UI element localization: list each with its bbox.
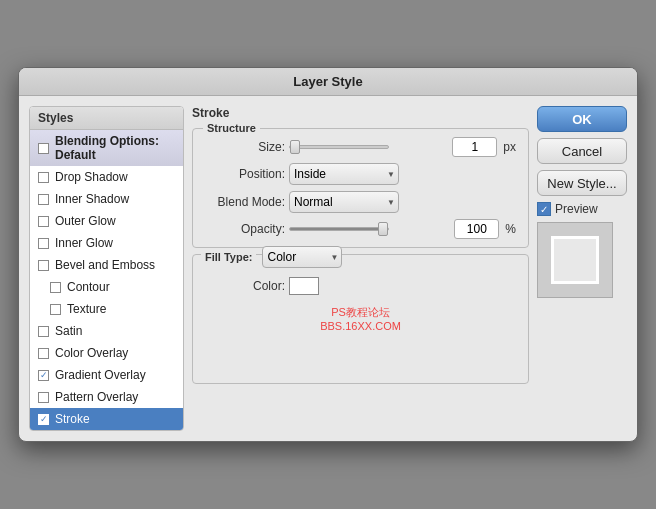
fill-type-select[interactable]: Color Gradient Pattern: [262, 246, 342, 268]
outer-glow-checkbox[interactable]: [38, 216, 49, 227]
right-panel: OK Cancel New Style... ✓ Preview: [537, 106, 627, 431]
position-row: Position: Inside Outside Center: [205, 163, 516, 185]
inner-shadow-label: Inner Shadow: [55, 192, 129, 206]
outer-glow-label: Outer Glow: [55, 214, 116, 228]
fill-type-section: Fill Type: Color Gradient Pattern Color:: [192, 254, 529, 384]
drop-shadow-label: Drop Shadow: [55, 170, 128, 184]
size-slider[interactable]: [289, 145, 389, 149]
stroke-label: Stroke: [55, 412, 90, 426]
size-row: Size: 1 px: [205, 137, 516, 157]
sidebar-header: Styles: [30, 107, 183, 130]
gradient-overlay-label: Gradient Overlay: [55, 368, 146, 382]
stroke-checkbox[interactable]: [38, 414, 49, 425]
texture-label: Texture: [67, 302, 106, 316]
inner-glow-label: Inner Glow: [55, 236, 113, 250]
new-style-button[interactable]: New Style...: [537, 170, 627, 196]
ok-button[interactable]: OK: [537, 106, 627, 132]
watermark-part1: PS教程论坛: [331, 306, 390, 318]
watermark-part2: BBS.16: [320, 320, 357, 332]
sidebar-item-inner-shadow[interactable]: Inner Shadow: [30, 188, 183, 210]
blend-mode-label: Blend Mode:: [205, 195, 285, 209]
position-label: Position:: [205, 167, 285, 181]
gradient-overlay-checkbox[interactable]: [38, 370, 49, 381]
watermark-part3: .COM: [372, 320, 401, 332]
fill-type-legend-row: Fill Type: Color Gradient Pattern: [201, 246, 342, 268]
pattern-overlay-checkbox[interactable]: [38, 392, 49, 403]
opacity-label: Opacity:: [205, 222, 285, 236]
color-row: Color:: [205, 277, 516, 295]
pattern-overlay-label: Pattern Overlay: [55, 390, 138, 404]
blend-mode-select-wrapper: Normal Dissolve Multiply Screen: [289, 191, 399, 213]
dialog-title: Layer Style: [19, 68, 637, 96]
cancel-button[interactable]: Cancel: [537, 138, 627, 164]
blend-mode-row: Blend Mode: Normal Dissolve Multiply Scr…: [205, 191, 516, 213]
color-overlay-label: Color Overlay: [55, 346, 128, 360]
sidebar-item-outer-glow[interactable]: Outer Glow: [30, 210, 183, 232]
watermark: PS教程论坛 BBS.16XX.COM: [205, 305, 516, 332]
opacity-input[interactable]: 100: [454, 219, 499, 239]
size-label: Size:: [205, 140, 285, 154]
sidebar-item-bevel-emboss[interactable]: Bevel and Emboss: [30, 254, 183, 276]
watermark-highlight: XX: [357, 320, 372, 332]
preview-inner: [551, 236, 599, 284]
drop-shadow-checkbox[interactable]: [38, 172, 49, 183]
bevel-emboss-label: Bevel and Emboss: [55, 258, 155, 272]
position-select-wrapper: Inside Outside Center: [289, 163, 399, 185]
color-label: Color:: [205, 279, 285, 293]
styles-sidebar: Styles Blending Options: Default Drop Sh…: [29, 106, 184, 431]
preview-checkbox[interactable]: ✓: [537, 202, 551, 216]
sidebar-item-stroke[interactable]: Stroke: [30, 408, 183, 430]
satin-label: Satin: [55, 324, 82, 338]
opacity-slider[interactable]: [289, 227, 389, 231]
contour-checkbox[interactable]: [50, 282, 61, 293]
blending-options-label: Blending Options: Default: [55, 134, 175, 162]
fill-type-legend: Fill Type:: [201, 251, 256, 263]
structure-legend: Structure: [203, 122, 260, 134]
sidebar-item-contour[interactable]: Contour: [30, 276, 183, 298]
inner-shadow-checkbox[interactable]: [38, 194, 49, 205]
position-select[interactable]: Inside Outside Center: [289, 163, 399, 185]
main-panel: Stroke Structure Size: 1 px Position:: [192, 106, 529, 431]
satin-checkbox[interactable]: [38, 326, 49, 337]
inner-glow-checkbox[interactable]: [38, 238, 49, 249]
bevel-emboss-checkbox[interactable]: [38, 260, 49, 271]
blend-mode-select[interactable]: Normal Dissolve Multiply Screen: [289, 191, 399, 213]
opacity-unit: %: [505, 222, 516, 236]
preview-label-text: Preview: [555, 202, 598, 216]
sidebar-item-pattern-overlay[interactable]: Pattern Overlay: [30, 386, 183, 408]
sidebar-item-gradient-overlay[interactable]: Gradient Overlay: [30, 364, 183, 386]
size-unit: px: [503, 140, 516, 154]
opacity-row: Opacity: 100 %: [205, 219, 516, 239]
color-swatch[interactable]: [289, 277, 319, 295]
size-slider-container: [289, 145, 448, 149]
sidebar-item-color-overlay[interactable]: Color Overlay: [30, 342, 183, 364]
sidebar-item-inner-glow[interactable]: Inner Glow: [30, 232, 183, 254]
layer-style-dialog: Layer Style Styles Blending Options: Def…: [18, 67, 638, 442]
sidebar-item-drop-shadow[interactable]: Drop Shadow: [30, 166, 183, 188]
preview-label-row: ✓ Preview: [537, 202, 627, 216]
sidebar-item-satin[interactable]: Satin: [30, 320, 183, 342]
sidebar-item-texture[interactable]: Texture: [30, 298, 183, 320]
stroke-panel-title: Stroke: [192, 106, 529, 120]
texture-checkbox[interactable]: [50, 304, 61, 315]
structure-section: Structure Size: 1 px Position: Inside: [192, 128, 529, 248]
fill-type-select-wrapper: Color Gradient Pattern: [262, 246, 342, 268]
size-input[interactable]: 1: [452, 137, 497, 157]
blending-options-checkbox[interactable]: [38, 143, 49, 154]
color-overlay-checkbox[interactable]: [38, 348, 49, 359]
opacity-slider-container: [289, 227, 450, 231]
contour-label: Contour: [67, 280, 110, 294]
sidebar-item-blending-options[interactable]: Blending Options: Default: [30, 130, 183, 166]
preview-box: [537, 222, 613, 298]
